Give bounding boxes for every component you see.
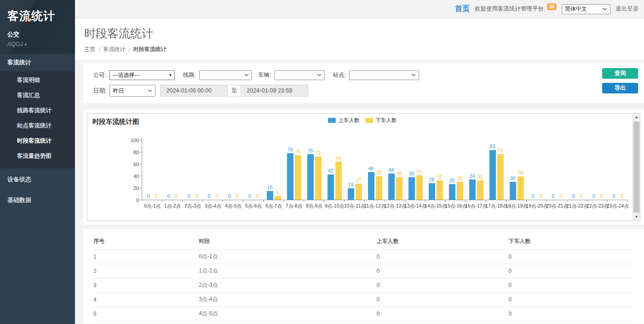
bar-value-label: 41 (416, 169, 422, 175)
x-axis-label: 5点-6点 (243, 203, 264, 209)
bar-group: 00 (162, 193, 183, 200)
x-axis-label: 3点-4点 (203, 203, 223, 209)
query-button[interactable]: 查询 (602, 68, 638, 79)
x-axis-tick (284, 200, 304, 202)
bar-value-label: 38 (396, 171, 402, 177)
boarding-bar (469, 179, 476, 200)
y-axis-label: 60 (87, 162, 139, 167)
language-select[interactable]: 简体中文 (562, 4, 610, 14)
alighting-bar (275, 196, 281, 200)
sidebar-item-设备状态[interactable]: 设备状态 (0, 170, 75, 189)
scroll-down-icon[interactable]: ▼ (633, 214, 640, 220)
bar-value-label: 39 (518, 170, 523, 176)
table-cell: 0 (508, 278, 634, 293)
x-axis-label: 17点-18点 (486, 203, 506, 209)
company-select[interactable]: ---请选择--- ▼ (109, 70, 175, 80)
sidebar-item-passenger-stats[interactable]: 客流统计 (0, 53, 75, 71)
breadcrumb-item[interactable]: 主页 (84, 46, 95, 53)
bar-value-label: 0 (147, 193, 150, 199)
boarding-bar-column: 26 (449, 178, 455, 200)
bar-group: 4264 (324, 155, 345, 200)
sidebar-submenu: 客流明细客流汇总线路客流统计站点客流统计时段客流统计客流量趋势图 (0, 71, 75, 168)
boarding-bar-column: 19 (348, 182, 354, 200)
line-select[interactable] (199, 70, 252, 80)
notification-badge[interactable]: 34 (547, 3, 557, 10)
x-axis-tick (527, 200, 547, 202)
x-axis-label-text: 17点-18点 (485, 203, 507, 209)
breadcrumb-item[interactable]: 客流统计 (103, 46, 125, 53)
bar-group: 00 (243, 193, 264, 200)
main-area: 首页 欢迎使用客流统计管理平台 34 简体中文 退出登录 时段客流统计 主页/客… (75, 0, 644, 324)
sidebar-item-客流量趋势图[interactable]: 客流量趋势图 (0, 149, 75, 164)
boarding-bar-column: 0 (611, 193, 617, 200)
home-link[interactable]: 首页 (455, 4, 470, 14)
bar-value-label: 0 (612, 193, 615, 199)
chevron-down-icon (602, 7, 607, 11)
bar-value-label: 0 (207, 193, 210, 199)
table-cell: 2 (93, 264, 199, 278)
x-axis-label-text: 12点-13点 (384, 203, 406, 209)
bar-value-label: 83 (489, 144, 495, 150)
y-axis-label: 40 (87, 174, 139, 179)
page-heading: 时段客流统计 主页/客流统计/时段客流统计 (75, 18, 644, 60)
x-axis-label-text: 3点-4点 (205, 203, 221, 209)
table-cell: 5点-6点 (199, 321, 377, 324)
sidebar-item-时段客流统计[interactable]: 时段客流统计 (0, 133, 75, 149)
x-axis-label-text: 19点-20点 (526, 203, 548, 209)
boarding-bar (348, 188, 354, 200)
alighting-bar-column: 0 (173, 193, 180, 200)
sidebar-item-基础数据[interactable]: 基础数据 (0, 191, 75, 210)
bar-group: 00 (142, 193, 162, 200)
x-axis-tick (304, 200, 324, 202)
alighting-bar-column: 0 (153, 193, 160, 200)
boarding-bar-column: 78 (287, 147, 293, 200)
chart-scrollbar[interactable]: ▲ ▼ (632, 114, 640, 220)
chart-plot: 0000000000001567875767242641927463944383… (87, 114, 632, 220)
y-axis-label: 100 (87, 138, 139, 143)
bar-value-label: 0 (600, 193, 603, 199)
boarding-bar-column: 30 (510, 175, 516, 200)
alighting-bar-column: 39 (518, 170, 524, 200)
x-axis-label: 19点-20点 (527, 203, 547, 209)
x-axis-tick (264, 200, 284, 202)
x-axis-label-text: 9点-10点 (325, 203, 344, 209)
triangle-down-icon: ▼ (169, 73, 172, 77)
scroll-up-icon[interactable]: ▲ (633, 114, 640, 121)
x-axis-tick (547, 200, 567, 202)
x-axis-label-text: 6点-7点 (265, 203, 282, 209)
bar-value-label: 38 (408, 171, 414, 177)
sidebar-item-客流明细[interactable]: 客流明细 (0, 73, 75, 88)
boarding-bar-column: 0 (186, 193, 192, 200)
filter-buttons: 查询 导出 (602, 68, 638, 93)
org-code-label: AQGJ (7, 41, 23, 47)
date-start-input[interactable]: 2024-01-09 00:00 (160, 85, 228, 97)
alighting-bar-column: 39 (376, 170, 382, 200)
sidebar-item-站点客流统计[interactable]: 站点客流统计 (0, 118, 75, 133)
table-cell: 0 (508, 321, 634, 324)
date-range-select[interactable]: 昨日 (109, 85, 155, 97)
sidebar-item-客流汇总[interactable]: 客流汇总 (0, 88, 75, 103)
table-header-cell: 上车人数 (377, 237, 509, 250)
table-cell: 3点-4点 (199, 293, 377, 307)
x-axis-label: 21点-22点 (567, 203, 587, 209)
date-end-input[interactable]: 2024-01-09 23:59 (241, 85, 308, 97)
alighting-bar-column: 32 (437, 174, 443, 200)
table-cell: 4点-5点 (199, 307, 377, 321)
bar-group: 4438 (385, 167, 405, 200)
station-select[interactable] (349, 70, 419, 80)
export-button[interactable]: 导出 (602, 83, 638, 93)
bar-value-label: 30 (457, 175, 462, 181)
org-code-dropdown[interactable]: AQGJ▾ (7, 41, 68, 47)
logout-link[interactable]: 退出登录 (615, 5, 638, 13)
chevron-down-icon (244, 74, 249, 76)
x-axis-label: 0点-1点 (142, 203, 162, 209)
vehicle-select[interactable] (274, 70, 325, 80)
bar-value-label: 0 (531, 193, 534, 199)
scrollbar-thumb[interactable] (633, 122, 639, 213)
table-cell: 6 (93, 321, 199, 324)
bar-value-label: 72 (315, 150, 321, 156)
bar-value-label: 75 (295, 149, 300, 155)
alighting-bar-column: 6 (275, 190, 281, 200)
sidebar-item-线路客流统计[interactable]: 线路客流统计 (0, 103, 75, 118)
bar-group: 1927 (345, 177, 365, 200)
